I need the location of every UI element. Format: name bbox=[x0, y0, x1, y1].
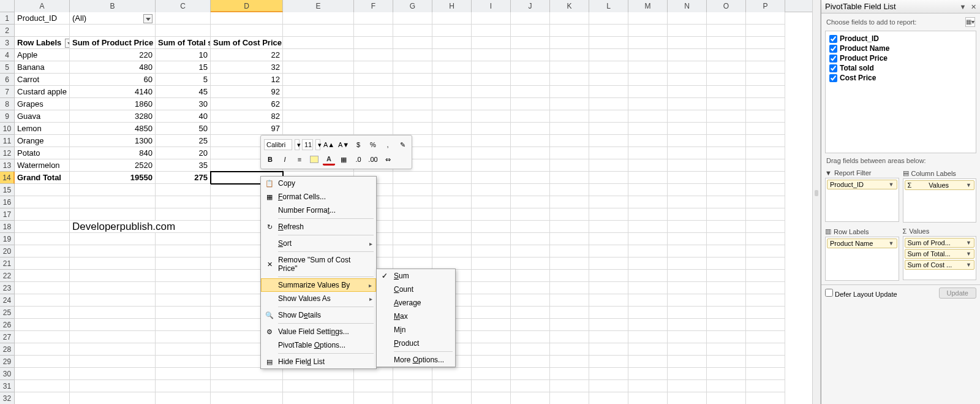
cell[interactable] bbox=[707, 208, 746, 221]
area-pill[interactable]: Product_ID▼ bbox=[827, 180, 897, 189]
cell[interactable] bbox=[472, 319, 511, 331]
row-header-5[interactable]: 5 bbox=[0, 61, 15, 74]
cell[interactable] bbox=[432, 208, 472, 221]
cell[interactable] bbox=[589, 307, 628, 319]
cell[interactable] bbox=[511, 147, 550, 159]
cell[interactable] bbox=[628, 49, 668, 61]
data-price[interactable]: 60 bbox=[70, 74, 156, 86]
cell[interactable] bbox=[707, 159, 746, 172]
cell[interactable] bbox=[211, 380, 283, 392]
cell[interactable] bbox=[472, 98, 511, 110]
cell[interactable] bbox=[589, 380, 628, 392]
cell[interactable] bbox=[746, 221, 785, 233]
cell[interactable] bbox=[472, 25, 511, 37]
col-header-M[interactable]: M bbox=[628, 0, 668, 12]
cell[interactable] bbox=[472, 368, 511, 380]
comma-icon[interactable]: , bbox=[382, 139, 394, 151]
cell[interactable] bbox=[628, 25, 668, 37]
data-label[interactable]: Potato bbox=[15, 147, 70, 159]
cell[interactable] bbox=[432, 74, 472, 86]
cell[interactable] bbox=[511, 282, 550, 294]
italic-icon[interactable]: I bbox=[279, 153, 291, 166]
cell[interactable] bbox=[156, 12, 211, 25]
cell[interactable] bbox=[668, 61, 707, 74]
ctx-show-values-as[interactable]: Show Values As bbox=[261, 292, 376, 305]
cell[interactable] bbox=[511, 74, 550, 86]
cell[interactable] bbox=[15, 245, 70, 257]
cell[interactable] bbox=[432, 61, 472, 74]
cell[interactable] bbox=[393, 110, 432, 123]
cell[interactable] bbox=[668, 123, 707, 135]
cell[interactable] bbox=[707, 307, 746, 319]
row-header-26[interactable]: 26 bbox=[0, 319, 15, 331]
row-header-3[interactable]: 3 bbox=[0, 37, 15, 49]
cell[interactable] bbox=[628, 147, 668, 159]
cell[interactable] bbox=[70, 307, 156, 319]
cell[interactable] bbox=[393, 172, 432, 184]
cell[interactable] bbox=[746, 86, 785, 98]
cell[interactable] bbox=[589, 49, 628, 61]
col-header-A[interactable]: A bbox=[15, 0, 70, 12]
pane-close-icon[interactable]: ✕ bbox=[971, 3, 976, 10]
cell[interactable] bbox=[628, 12, 668, 25]
data-label[interactable]: Banana bbox=[15, 61, 70, 74]
filter-label[interactable]: Product_ID bbox=[15, 12, 70, 25]
cell[interactable] bbox=[628, 294, 668, 307]
cell[interactable] bbox=[354, 86, 393, 98]
cell[interactable] bbox=[707, 196, 746, 208]
cell[interactable] bbox=[550, 98, 589, 110]
cell[interactable] bbox=[668, 135, 707, 147]
cell[interactable] bbox=[70, 25, 156, 37]
cell[interactable] bbox=[511, 61, 550, 74]
cell[interactable] bbox=[628, 98, 668, 110]
cell[interactable] bbox=[511, 270, 550, 282]
cell[interactable] bbox=[511, 245, 550, 257]
update-button[interactable]: Update bbox=[939, 288, 976, 299]
cell[interactable] bbox=[15, 196, 70, 208]
cell[interactable] bbox=[511, 159, 550, 172]
cell[interactable] bbox=[707, 392, 746, 404]
cell[interactable] bbox=[354, 380, 393, 392]
cell[interactable] bbox=[589, 245, 628, 257]
cell[interactable] bbox=[628, 110, 668, 123]
cell[interactable] bbox=[354, 123, 393, 135]
cell[interactable] bbox=[15, 368, 70, 380]
cell[interactable] bbox=[707, 147, 746, 159]
cell[interactable] bbox=[70, 343, 156, 356]
cell[interactable] bbox=[668, 331, 707, 343]
cell[interactable] bbox=[628, 319, 668, 331]
header-row-labels[interactable]: Row Labels bbox=[15, 37, 70, 49]
cell[interactable] bbox=[628, 172, 668, 184]
cell[interactable] bbox=[589, 147, 628, 159]
cell[interactable] bbox=[746, 12, 785, 25]
row-header-32[interactable]: 32 bbox=[0, 392, 15, 404]
cell[interactable] bbox=[156, 196, 211, 208]
cell[interactable] bbox=[550, 392, 589, 404]
cell[interactable] bbox=[707, 221, 746, 233]
cell[interactable] bbox=[156, 282, 211, 294]
cell[interactable] bbox=[707, 49, 746, 61]
cell[interactable] bbox=[628, 392, 668, 404]
cell[interactable] bbox=[354, 37, 393, 49]
cell[interactable] bbox=[472, 282, 511, 294]
cell[interactable] bbox=[668, 110, 707, 123]
cell[interactable] bbox=[472, 233, 511, 245]
data-cost[interactable]: 22 bbox=[211, 49, 283, 61]
cell[interactable] bbox=[472, 159, 511, 172]
cell[interactable] bbox=[589, 25, 628, 37]
cell[interactable] bbox=[211, 392, 283, 404]
cell[interactable] bbox=[283, 123, 354, 135]
cell[interactable] bbox=[589, 135, 628, 147]
font-size[interactable]: 11 bbox=[302, 139, 313, 150]
area-pill[interactable]: Σ Values▼ bbox=[905, 180, 975, 190]
cell[interactable] bbox=[668, 343, 707, 356]
cell[interactable] bbox=[156, 184, 211, 196]
cell[interactable] bbox=[746, 380, 785, 392]
field-checkbox[interactable] bbox=[829, 74, 837, 82]
row-header-11[interactable]: 11 bbox=[0, 135, 15, 147]
data-price[interactable]: 4850 bbox=[70, 123, 156, 135]
cell[interactable] bbox=[628, 233, 668, 245]
cell[interactable] bbox=[511, 208, 550, 221]
cell[interactable] bbox=[393, 61, 432, 74]
cell[interactable] bbox=[746, 196, 785, 208]
